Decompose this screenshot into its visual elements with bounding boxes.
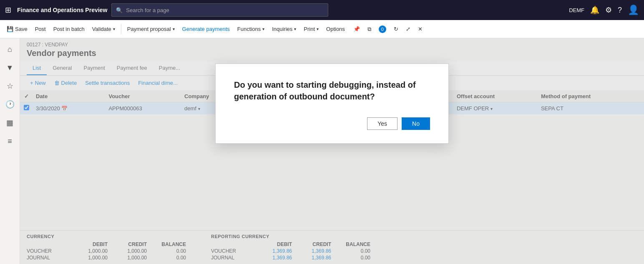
- settings-icon[interactable]: ⚙: [605, 5, 612, 15]
- maximize-button[interactable]: ⤢: [402, 24, 414, 34]
- search-bar[interactable]: 🔍 Search for a page: [111, 3, 328, 17]
- post-in-batch-button[interactable]: Post in batch: [50, 24, 88, 34]
- sidebar-clock[interactable]: 🕐: [3, 97, 18, 112]
- sidebar-filter[interactable]: ▼: [3, 60, 18, 75]
- sidebar-home[interactable]: ⌂: [3, 42, 18, 57]
- payment-proposal-chevron: ▾: [173, 27, 175, 31]
- functions-chevron: ▾: [262, 27, 264, 31]
- grid-icon[interactable]: ⊞: [5, 5, 11, 15]
- functions-button[interactable]: Functions ▾: [234, 24, 268, 34]
- notification-badge: 0: [379, 25, 386, 33]
- inquiries-button[interactable]: Inquiries ▾: [269, 24, 299, 34]
- dialog: Do you want to starting debugging, inste…: [215, 63, 449, 144]
- user-avatar[interactable]: 👤: [628, 5, 639, 15]
- badge-button[interactable]: 0: [375, 24, 390, 35]
- inquiries-chevron: ▾: [294, 27, 296, 31]
- no-button[interactable]: No: [402, 117, 430, 130]
- app-title: Finance and Operations Preview: [17, 7, 107, 13]
- dialog-overlay: Do you want to starting debugging, inste…: [20, 38, 644, 264]
- pin-button[interactable]: 📌: [350, 24, 363, 34]
- sidebar-grid[interactable]: ▦: [3, 115, 18, 130]
- refresh-button[interactable]: ↻: [390, 24, 402, 34]
- validate-button[interactable]: Validate ▾: [89, 24, 118, 34]
- payment-proposal-button[interactable]: Payment proposal ▾: [124, 24, 178, 34]
- post-button[interactable]: Post: [32, 24, 49, 34]
- sidebar-list[interactable]: ≡: [3, 134, 18, 149]
- search-placeholder: Search for a page: [126, 7, 169, 13]
- close-button[interactable]: ✕: [415, 24, 426, 34]
- print-chevron: ▾: [317, 27, 319, 31]
- bell-icon[interactable]: 🔔: [590, 5, 599, 15]
- validate-chevron: ▾: [113, 27, 115, 31]
- user-company: DEMF: [569, 7, 584, 13]
- print-button[interactable]: Print ▾: [300, 24, 322, 34]
- save-icon: 💾: [7, 26, 13, 32]
- separator: [121, 24, 121, 34]
- dialog-message: Do you want to starting debugging, inste…: [234, 79, 430, 102]
- options-button[interactable]: Options: [323, 24, 348, 34]
- save-button[interactable]: 💾 Save: [3, 24, 31, 34]
- help-icon[interactable]: ?: [618, 6, 622, 15]
- yes-button[interactable]: Yes: [367, 117, 397, 130]
- sidebar-star[interactable]: ☆: [3, 79, 18, 94]
- search-icon: 🔍: [116, 7, 123, 13]
- generate-payments-button[interactable]: Generate payments: [179, 24, 233, 34]
- expand-button[interactable]: ⧉: [364, 24, 375, 34]
